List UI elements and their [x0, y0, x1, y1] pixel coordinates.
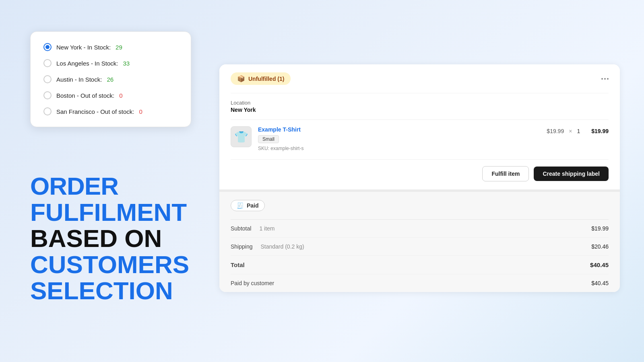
stock-number-boston: 0 [119, 92, 122, 99]
sku-label: SKU: [258, 146, 269, 151]
stock-item-los-angeles[interactable]: Los Angeles - In Stock: 33 [43, 59, 178, 67]
shipping-desc: Standard (0.2 kg) [261, 243, 304, 250]
dot2 [604, 78, 606, 80]
item-name[interactable]: Example T-Shirt [258, 126, 540, 133]
stock-number-austin: 26 [107, 76, 114, 83]
more-options-button[interactable] [601, 78, 609, 80]
package-icon: 📦 [237, 75, 245, 82]
dot1 [601, 78, 603, 80]
stock-label-san-francisco: San Francisco - Out of stock: [56, 108, 134, 115]
hero-line-selection: SELECTION [30, 278, 227, 304]
item-sku: SKU: example-shirt-s [258, 146, 540, 151]
item-price-section: $19.99 × 1 $19.99 [547, 126, 609, 134]
radio-new-york[interactable] [43, 43, 52, 51]
location-value: New York [231, 107, 609, 113]
hero-text-block: ORDER FULFILMENT BASED ON CUSTOMERS SELE… [30, 173, 227, 304]
paid-label: Paid [247, 202, 259, 209]
paid-section: 🧾 Paid Subtotal 1 item $19.99 Shipping S… [219, 189, 620, 292]
order-panel: 📦 Unfulfilled (1) Location New York 👕 Ex… [219, 64, 620, 292]
price-total: $19.99 [591, 128, 609, 134]
unfulfilled-badge: 📦 Unfulfilled (1) [231, 72, 291, 85]
total-label: Total [231, 261, 245, 268]
unfulfilled-label: Unfulfilled (1) [248, 76, 284, 82]
shipping-row: Shipping Standard (0.2 kg) $20.46 [231, 238, 609, 256]
radio-austin[interactable] [43, 75, 52, 83]
fulfill-item-button[interactable]: Fulfill item [482, 166, 529, 181]
stock-number-san-francisco: 0 [139, 108, 142, 115]
shipping-left: Shipping Standard (0.2 kg) [231, 243, 304, 250]
price-x-icon: × [569, 128, 572, 134]
tshirt-icon: 👕 [234, 130, 248, 144]
stock-number-los-angeles: 33 [123, 60, 130, 67]
price-unit: $19.99 [547, 128, 564, 134]
subtotal-desc: 1 item [259, 225, 275, 232]
unfulfilled-section: 📦 Unfulfilled (1) Location New York 👕 Ex… [219, 64, 620, 189]
item-thumbnail: 👕 [231, 126, 252, 147]
stock-label-austin: Austin - In Stock: [56, 76, 102, 83]
shipping-label: Shipping [231, 243, 253, 250]
item-details: Example T-Shirt Small SKU: example-shirt… [258, 126, 540, 151]
stock-number-new-york: 29 [116, 44, 122, 51]
subtotal-row: Subtotal 1 item $19.99 [231, 220, 609, 238]
radio-los-angeles[interactable] [43, 59, 52, 67]
dot3 [607, 78, 609, 80]
radio-boston[interactable] [43, 91, 52, 99]
price-qty: 1 [577, 128, 580, 134]
sku-value: example-shirt-s [270, 146, 303, 151]
summary-table: Subtotal 1 item $19.99 Shipping Standard… [231, 219, 609, 292]
paid-by-label: Paid by customer [231, 280, 274, 286]
unfulfilled-header: 📦 Unfulfilled (1) [231, 72, 609, 85]
radio-san-francisco[interactable] [43, 107, 52, 115]
hero-line-based-on: BASED ON [30, 225, 227, 251]
paid-by-value: $40.45 [591, 280, 609, 286]
total-row: Total $40.45 [231, 256, 609, 274]
hero-line-fulfilment: FULFILMENT [30, 199, 227, 225]
action-row: Fulfill item Create shipping label [231, 159, 609, 189]
location-section: Location New York [231, 93, 609, 119]
stock-item-austin[interactable]: Austin - In Stock: 26 [43, 75, 178, 83]
order-item-row: 👕 Example T-Shirt Small SKU: example-shi… [231, 119, 609, 159]
receipt-icon: 🧾 [237, 202, 244, 209]
hero-line-order: ORDER [30, 173, 227, 199]
stock-label-new-york: New York - In Stock: [56, 44, 111, 51]
total-left: Total [231, 261, 245, 268]
hero-line-customers: CUSTOMERS [30, 251, 227, 278]
subtotal-left: Subtotal 1 item [231, 225, 275, 232]
stock-label-los-angeles: Los Angeles - In Stock: [56, 60, 118, 67]
stock-item-san-francisco[interactable]: San Francisco - Out of stock: 0 [43, 107, 178, 115]
shipping-value: $20.46 [591, 243, 609, 250]
paid-by-left: Paid by customer [231, 280, 274, 286]
stock-item-new-york[interactable]: New York - In Stock: 29 [43, 43, 178, 51]
item-variant: Small [258, 135, 279, 143]
subtotal-value: $19.99 [591, 225, 609, 232]
create-shipping-label-button[interactable]: Create shipping label [534, 167, 609, 181]
stock-item-boston[interactable]: Boston - Out of stock: 0 [43, 91, 178, 99]
paid-by-row: Paid by customer $40.45 [231, 274, 609, 292]
location-label: Location [231, 100, 609, 106]
stock-label-boston: Boston - Out of stock: [56, 92, 114, 99]
total-value: $40.45 [590, 261, 609, 268]
paid-badge: 🧾 Paid [231, 200, 265, 211]
subtotal-label: Subtotal [231, 225, 251, 232]
stock-location-card: New York - In Stock: 29Los Angeles - In … [30, 31, 191, 127]
